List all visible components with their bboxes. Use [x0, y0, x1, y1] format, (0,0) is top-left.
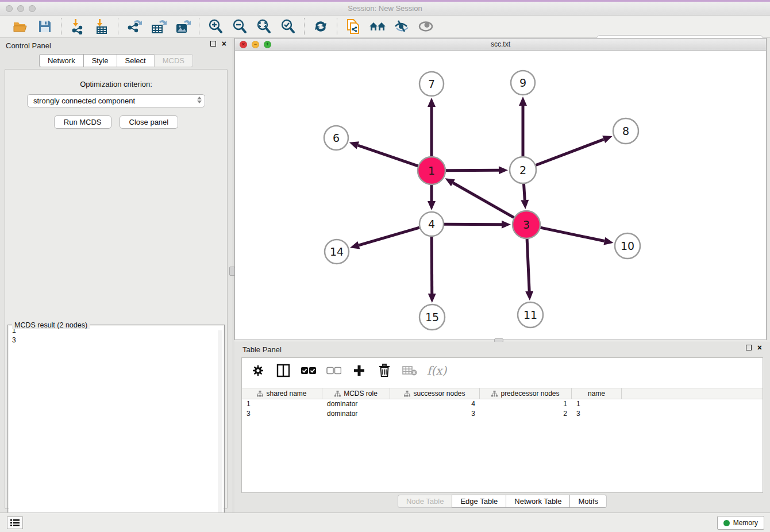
run-mcds-button[interactable]: Run MCDS: [54, 115, 111, 129]
task-history-button[interactable]: [7, 516, 23, 529]
cell-mcds-role[interactable]: dominator: [322, 409, 390, 419]
tab-network-table[interactable]: Network Table: [506, 495, 569, 508]
hierarchy-icon: [334, 391, 341, 397]
network-canvas[interactable]: 7968124314101511: [235, 51, 766, 340]
graph-edge-3-11[interactable]: [527, 239, 529, 291]
columns-icon[interactable]: [275, 363, 291, 379]
tab-motifs[interactable]: Motifs: [569, 495, 607, 508]
duplicate-network-icon[interactable]: [344, 18, 363, 35]
window-title: Session: New Session: [0, 4, 770, 13]
cell-name[interactable]: 1: [572, 399, 622, 409]
zoom-selected-icon[interactable]: [279, 18, 297, 35]
network-window: × − + scc.txt 7968124314101511: [234, 38, 767, 340]
export-table-icon[interactable]: [149, 18, 168, 35]
application-window: Session: New Session: [0, 0, 770, 532]
cell-predecessor-nodes[interactable]: 2: [480, 409, 572, 419]
column-header-shared-name[interactable]: shared name: [242, 388, 322, 399]
unselect-all-icon[interactable]: [326, 363, 342, 379]
gear-icon[interactable]: [250, 363, 266, 379]
network-window-title: scc.txt: [235, 40, 766, 48]
tab-edge-table[interactable]: Edge Table: [452, 495, 506, 508]
open-file-icon[interactable]: [11, 18, 30, 35]
graph-node-label-14: 14: [330, 245, 344, 258]
column-header-predecessor-nodes[interactable]: predecessor nodes: [480, 388, 572, 399]
eye-icon[interactable]: [417, 18, 435, 35]
table-row[interactable]: 1 dominator 4 1 1: [242, 399, 763, 409]
select-all-icon[interactable]: [301, 363, 317, 379]
float-panel-icon[interactable]: [210, 41, 216, 47]
graph-node-label-15: 15: [425, 311, 439, 323]
cell-successor-nodes[interactable]: 4: [390, 399, 480, 409]
zoom-out-icon[interactable]: [230, 18, 249, 35]
zoom-in-icon[interactable]: [206, 18, 225, 35]
cell-name[interactable]: 3: [572, 409, 622, 419]
export-image-icon[interactable]: [174, 18, 192, 35]
graph-edge-2-3[interactable]: [524, 184, 525, 200]
tab-select[interactable]: Select: [117, 54, 154, 67]
graph-edge-3-10[interactable]: [540, 228, 604, 241]
graph-arrowhead-4-3: [502, 221, 511, 229]
cell-mcds-role[interactable]: dominator: [322, 399, 390, 409]
titlebar: Session: New Session: [0, 2, 770, 16]
tab-style[interactable]: Style: [83, 54, 117, 67]
close-table-panel-icon[interactable]: ×: [757, 345, 762, 350]
cell-shared-name[interactable]: 3: [242, 409, 322, 419]
graph-edge-1-2[interactable]: [446, 170, 499, 171]
graph-edge-4-14[interactable]: [359, 228, 419, 245]
result-scrollbar[interactable]: [218, 330, 222, 532]
graph-arrowhead-2-9: [519, 97, 527, 106]
graph-edge-3-1[interactable]: [453, 183, 514, 217]
export-network-icon[interactable]: [125, 18, 144, 35]
cell-predecessor-nodes[interactable]: 1: [480, 399, 572, 409]
table-row[interactable]: 3 dominator 3 2 3: [242, 409, 763, 419]
memory-button[interactable]: Memory: [717, 516, 764, 530]
import-table-icon[interactable]: [93, 18, 111, 35]
close-panel-icon[interactable]: ×: [222, 41, 226, 47]
add-icon[interactable]: [351, 363, 367, 379]
criterion-select[interactable]: strongly connected component: [27, 94, 205, 107]
graph-arrowhead-3-11: [525, 291, 533, 300]
mcds-result-list[interactable]: 1 3: [9, 326, 224, 532]
graph-node-label-4: 4: [428, 218, 435, 230]
column-header-mcds-role[interactable]: MCDS role: [322, 388, 390, 399]
graph-edge-2-8[interactable]: [536, 140, 603, 165]
column-header-successor-nodes[interactable]: successor nodes: [390, 388, 480, 399]
network-window-titlebar[interactable]: × − + scc.txt: [235, 38, 766, 51]
graph-arrowhead-3-10: [603, 237, 613, 245]
list-icon: [10, 519, 20, 527]
tab-node-table[interactable]: Node Table: [398, 495, 452, 508]
mcds-panel: Optimization criterion: strongly connect…: [5, 69, 228, 509]
trash-icon[interactable]: [376, 363, 392, 379]
tab-mcds[interactable]: MCDS: [154, 54, 193, 67]
graph-edge-4-3[interactable]: [444, 224, 502, 225]
criterion-value: strongly connected component: [33, 97, 135, 105]
graph-arrowhead-1-6: [349, 141, 359, 149]
cell-successor-nodes[interactable]: 3: [390, 409, 480, 419]
zoom-fit-icon[interactable]: [255, 18, 273, 35]
memory-status-icon: [723, 520, 730, 526]
function-icon[interactable]: f(x): [427, 363, 446, 379]
import-network-icon[interactable]: [68, 18, 87, 35]
table-panel: Table Panel ×: [234, 342, 770, 512]
graph-edge-4-15[interactable]: [432, 237, 432, 294]
save-session-icon[interactable]: [36, 18, 54, 35]
tab-network[interactable]: Network: [39, 54, 83, 67]
graph-arrowhead-2-8: [602, 136, 612, 143]
graph-node-label-11: 11: [523, 309, 537, 321]
hierarchy-icon: [257, 391, 263, 397]
status-bar: Memory: [0, 512, 770, 532]
cell-shared-name[interactable]: 1: [242, 399, 322, 409]
apply-layout-icon[interactable]: [311, 18, 330, 35]
toggle-style-icon[interactable]: [392, 18, 411, 35]
graph-arrowhead-1-7: [428, 98, 436, 107]
close-panel-button[interactable]: Close panel: [120, 115, 179, 129]
graph-arrowhead-4-14: [350, 241, 360, 249]
column-header-name[interactable]: name: [572, 388, 622, 399]
graph-edge-1-6[interactable]: [358, 145, 418, 166]
graph-node-label-9: 9: [519, 76, 526, 89]
graph-node-label-2: 2: [519, 164, 526, 176]
result-item[interactable]: 3: [9, 336, 224, 345]
home-icon[interactable]: [368, 18, 387, 35]
float-table-panel-icon[interactable]: [746, 345, 752, 350]
delete-table-icon[interactable]: [402, 363, 418, 379]
